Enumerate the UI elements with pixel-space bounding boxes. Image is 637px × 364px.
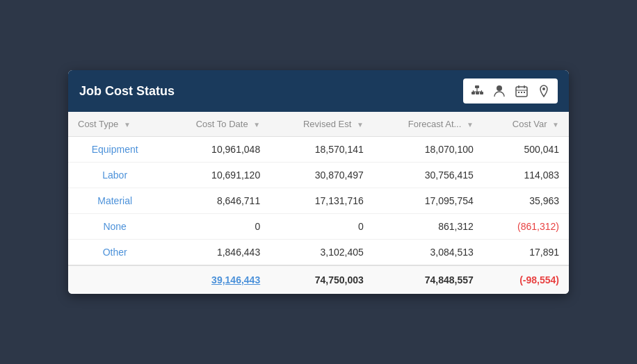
cell-revised-est: 3,102,405 <box>270 240 373 266</box>
svg-rect-0 <box>475 85 479 88</box>
cell-cost-to-date: 10,961,048 <box>161 137 270 163</box>
cell-cost-type: Other <box>68 240 161 266</box>
svg-point-8 <box>497 85 502 91</box>
svg-rect-2 <box>476 92 479 94</box>
cell-cost-to-date: 8,646,711 <box>161 188 270 214</box>
totals-label <box>68 265 161 294</box>
org-chart-icon[interactable] <box>467 81 487 101</box>
cell-revised-est: 30,870,497 <box>270 163 373 188</box>
svg-rect-13 <box>518 92 519 93</box>
svg-point-16 <box>542 88 545 90</box>
svg-rect-1 <box>471 92 475 94</box>
col-header-cost-var[interactable]: Cost Var ▼ <box>483 112 569 137</box>
cell-cost-type: Equipment <box>68 137 161 163</box>
table-row: Other1,846,4433,102,4053,084,51317,891 <box>68 240 569 266</box>
job-cost-status-card: Job Cost Status <box>68 70 569 294</box>
filter-icon-cost-to-date[interactable]: ▼ <box>253 121 260 129</box>
cell-forecast-at: 861,312 <box>373 214 483 240</box>
cell-forecast-at: 18,070,100 <box>373 137 483 163</box>
totals-revised-est: 74,750,003 <box>270 265 373 294</box>
col-header-cost-type[interactable]: Cost Type ▼ <box>68 112 161 137</box>
svg-rect-3 <box>480 92 483 94</box>
cell-cost-to-date: 10,691,120 <box>161 163 270 188</box>
svg-rect-14 <box>521 92 522 93</box>
cell-forecast-at: 30,756,415 <box>373 163 483 188</box>
cost-table: Cost Type ▼ Cost To Date ▼ Revised Est ▼… <box>68 112 569 294</box>
cell-cost-var: (861,312) <box>483 214 569 240</box>
filter-icon-cost-var[interactable]: ▼ <box>552 121 559 129</box>
cell-revised-est: 0 <box>270 214 373 240</box>
cell-cost-type: Material <box>68 188 161 214</box>
cell-cost-var: 114,083 <box>483 163 569 188</box>
totals-cost-var: (-98,554) <box>483 265 569 294</box>
totals-cost-to-date[interactable]: 39,146,443 <box>161 265 270 294</box>
person-icon[interactable] <box>490 81 509 101</box>
card-title: Job Cost Status <box>79 84 175 99</box>
cell-cost-type: Labor <box>68 163 161 188</box>
card-header: Job Cost Status <box>68 70 569 112</box>
totals-row: 39,146,443 74,750,003 74,848,557 (-98,55… <box>68 265 569 294</box>
header-icon-group <box>463 78 558 104</box>
cell-cost-var: 35,963 <box>483 188 569 214</box>
col-header-forecast-at[interactable]: Forecast At... ▼ <box>373 112 483 137</box>
cell-cost-var: 17,891 <box>483 240 569 266</box>
cell-cost-to-date: 1,846,443 <box>161 240 270 266</box>
table-header-row: Cost Type ▼ Cost To Date ▼ Revised Est ▼… <box>68 112 569 137</box>
table-row: Labor10,691,12030,870,49730,756,415114,0… <box>68 163 569 188</box>
col-header-revised-est[interactable]: Revised Est ▼ <box>270 112 373 137</box>
table-row: Equipment10,961,04818,570,14118,070,1005… <box>68 137 569 163</box>
table-row: None00861,312(861,312) <box>68 214 569 240</box>
cell-cost-type: None <box>68 214 161 240</box>
svg-rect-15 <box>524 92 525 93</box>
totals-forecast-at: 74,848,557 <box>373 265 483 294</box>
filter-icon-cost-type[interactable]: ▼ <box>124 121 131 129</box>
cell-revised-est: 18,570,141 <box>270 137 373 163</box>
cell-forecast-at: 17,095,754 <box>373 188 483 214</box>
col-header-cost-to-date[interactable]: Cost To Date ▼ <box>161 112 270 137</box>
cell-cost-to-date: 0 <box>161 214 270 240</box>
calendar-icon[interactable] <box>512 81 531 101</box>
cell-cost-var: 500,041 <box>483 137 569 163</box>
filter-icon-revised-est[interactable]: ▼ <box>357 121 364 129</box>
cell-forecast-at: 3,084,513 <box>373 240 483 266</box>
filter-icon-forecast-at[interactable]: ▼ <box>467 121 474 129</box>
table-row: Material8,646,71117,131,71617,095,75435,… <box>68 188 569 214</box>
location-icon[interactable] <box>534 81 554 101</box>
cell-revised-est: 17,131,716 <box>270 188 373 214</box>
